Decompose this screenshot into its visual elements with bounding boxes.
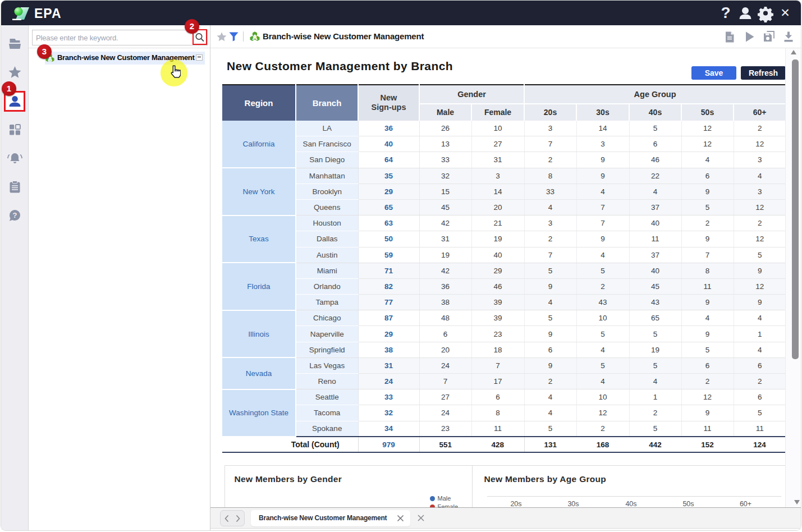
svg-text:?: ? — [13, 211, 17, 219]
svg-text:A: A — [252, 34, 257, 42]
svg-text:?: ? — [721, 4, 730, 21]
